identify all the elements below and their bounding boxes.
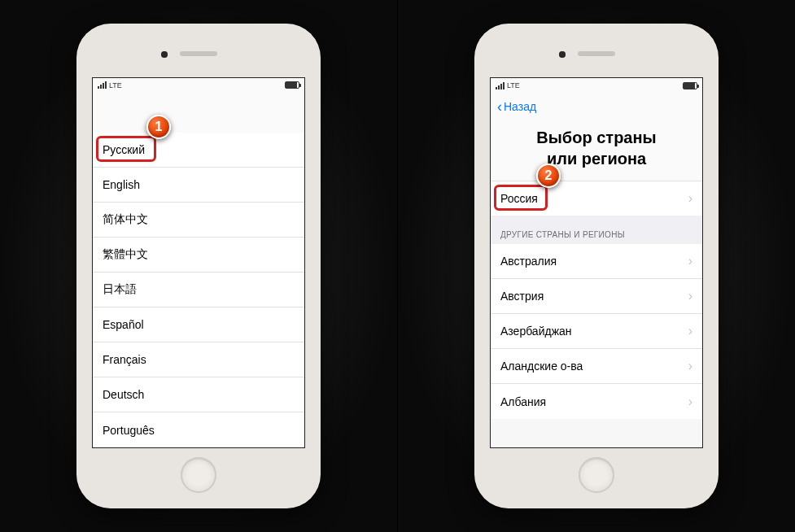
header-blank — [93, 92, 304, 133]
chevron-right-icon: › — [688, 191, 692, 206]
language-label: Français — [103, 353, 146, 366]
language-row-portuguese[interactable]: Português — [93, 412, 304, 447]
chevron-right-icon: › — [688, 359, 692, 373]
signal-icon — [98, 81, 107, 89]
section-header-other: ДРУГИЕ СТРАНЫ И РЕГИОНЫ — [491, 216, 702, 244]
speaker — [578, 51, 615, 56]
iphone-device: LTE ‹ Назад Выбор страны или региона Рос… — [474, 24, 719, 508]
nav-bar: ‹ Назад — [491, 93, 702, 120]
country-list: Австралия› Австрия› Азербайджан› Аландск… — [491, 244, 702, 419]
chevron-right-icon: › — [688, 395, 692, 409]
language-label: 日本語 — [103, 282, 137, 297]
country-row-azerbaijan[interactable]: Азербайджан› — [491, 314, 702, 349]
language-label: Español — [103, 318, 144, 331]
language-row-german[interactable]: Deutsch — [93, 377, 304, 412]
country-label: Азербайджан — [500, 325, 572, 338]
language-label: Português — [103, 424, 155, 437]
phone-bottom — [481, 448, 712, 502]
language-row-russian[interactable]: Русский 1 — [93, 133, 304, 168]
country-label: Австрия — [500, 290, 544, 303]
phone-bottom — [83, 448, 314, 502]
language-list: Русский 1 English 简体中文 繁體中文 日本語 Español … — [93, 133, 304, 447]
language-label: 繁體中文 — [103, 247, 148, 262]
chevron-right-icon: › — [688, 254, 692, 268]
speaker — [180, 51, 217, 56]
front-camera — [161, 51, 168, 58]
chevron-left-icon: ‹ — [497, 99, 502, 114]
language-row-spanish[interactable]: Español — [93, 307, 304, 342]
country-row-albania[interactable]: Албания› — [491, 384, 702, 419]
country-label: Россия — [500, 192, 538, 205]
back-button[interactable]: ‹ Назад — [497, 99, 536, 114]
language-row-french[interactable]: Français — [93, 342, 304, 377]
suggested-country-list: Россия › 2 — [491, 181, 702, 216]
country-label: Аландские о-ва — [500, 360, 583, 373]
language-row-japanese[interactable]: 日本語 — [93, 273, 304, 307]
chevron-right-icon: › — [688, 289, 692, 303]
country-label: Австралия — [500, 255, 557, 268]
page-title: Выбор страны или региона — [491, 120, 702, 181]
country-row-aland[interactable]: Аландские о-ва› — [491, 349, 702, 384]
back-label: Назад — [504, 100, 536, 113]
country-row-australia[interactable]: Австралия› — [491, 244, 702, 279]
panel-region-select: LTE ‹ Назад Выбор страны или региона Рос… — [397, 0, 795, 532]
panel-language-select: LTE Русский 1 English 简体中文 繁體中文 日本語 Espa… — [0, 0, 397, 532]
status-bar: LTE — [491, 78, 702, 93]
country-row-austria[interactable]: Австрия› — [491, 279, 702, 314]
language-row-chinese-simplified[interactable]: 简体中文 — [93, 203, 304, 238]
carrier-label: LTE — [109, 81, 122, 89]
iphone-device: LTE Русский 1 English 简体中文 繁體中文 日本語 Espa… — [76, 24, 321, 508]
language-label: 简体中文 — [103, 212, 148, 227]
callout-badge-1: 1 — [146, 115, 171, 139]
phone-top — [481, 30, 712, 77]
country-label: Албания — [500, 395, 546, 408]
callout-badge-2: 2 — [536, 164, 561, 188]
language-row-english[interactable]: English — [93, 168, 304, 203]
language-row-chinese-traditional[interactable]: 繁體中文 — [93, 238, 304, 273]
battery-icon — [683, 82, 697, 89]
country-row-russia[interactable]: Россия › 2 — [491, 181, 702, 216]
status-bar: LTE — [93, 78, 304, 92]
battery-icon — [285, 81, 299, 89]
language-label: Deutsch — [103, 388, 144, 401]
chevron-right-icon: › — [688, 324, 692, 338]
screen-language: LTE Русский 1 English 简体中文 繁體中文 日本語 Espa… — [92, 77, 305, 448]
language-label: Русский — [103, 143, 145, 156]
screen-region: LTE ‹ Назад Выбор страны или региона Рос… — [490, 77, 703, 448]
phone-top — [83, 30, 314, 77]
front-camera — [559, 51, 566, 58]
language-label: English — [103, 178, 140, 191]
home-button[interactable] — [579, 457, 614, 493]
signal-icon — [496, 82, 505, 89]
home-button[interactable] — [181, 457, 216, 493]
carrier-label: LTE — [507, 81, 520, 89]
